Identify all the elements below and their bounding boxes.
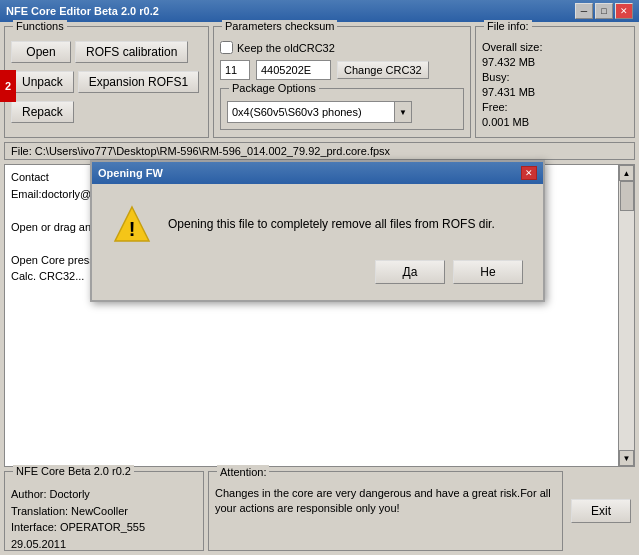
warning-icon: ! (112, 204, 152, 244)
modal-message-row: ! Opening this file to completely remove… (112, 204, 523, 244)
modal-body: ! Opening this file to completely remove… (92, 184, 543, 300)
modal-title: Opening FW (98, 167, 163, 179)
modal-overlay: Opening FW ✕ ! Opening this file to comp… (0, 0, 639, 555)
modal-buttons: Да Не (112, 260, 523, 284)
modal-dialog: Opening FW ✕ ! Opening this file to comp… (90, 160, 545, 302)
modal-message: Opening this file to completely remove a… (168, 216, 495, 233)
modal-title-bar: Opening FW ✕ (92, 162, 543, 184)
modal-no-button[interactable]: Не (453, 260, 523, 284)
modal-yes-button[interactable]: Да (375, 260, 445, 284)
svg-text:!: ! (129, 218, 136, 240)
modal-close-button[interactable]: ✕ (521, 166, 537, 180)
